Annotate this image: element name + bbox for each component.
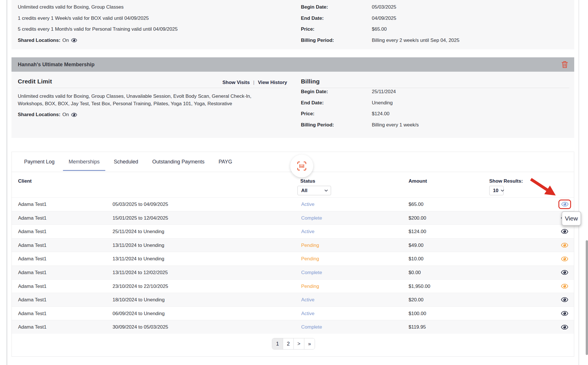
payments-tabs: Payment Log Memberships Scheduled Outsta… [12, 152, 574, 172]
pagination-page-2[interactable]: 2 [283, 338, 293, 349]
billing-value: 05/03/2025 [372, 3, 396, 11]
cell-client: Adama Test1 [18, 280, 47, 293]
billing-row: Price: $65.00 [301, 26, 568, 33]
view-payment-button[interactable] [560, 225, 569, 238]
cell-status: Complete [301, 211, 322, 225]
cell-amount: $10.00 [409, 252, 423, 266]
cell-amount: $119.95 [409, 320, 426, 334]
billing-value: Billing every 2 week/s until Sep 04, 202… [372, 37, 459, 44]
cell-status: Active [301, 198, 314, 211]
tab-outstanding-payments[interactable]: Outstanding Payments [146, 152, 210, 172]
billing-label: End Date: [301, 99, 372, 107]
cell-date-range: 30/09/2024 to 05/03/2025 [113, 320, 168, 334]
view-payment-button[interactable] [560, 320, 569, 334]
shared-locations-label: Shared Locations: [18, 111, 60, 118]
credit-details: Unlimited credits valid for Boxing, Grou… [18, 3, 178, 44]
view-payment-button[interactable] [558, 198, 572, 211]
table-row: Adama Test1 25/11/2024 to Unending Activ… [12, 225, 574, 238]
vertical-scrollbar-thumb[interactable] [586, 240, 588, 355]
billing-row: Billing Period: Billing every 2 week/s u… [301, 37, 568, 44]
credit-limit-section: Credit Limit Show Visits | View History … [18, 72, 288, 118]
pagination: 1 2 > » [272, 338, 315, 350]
eye-icon [561, 325, 568, 330]
show-results-select[interactable]: 10 [489, 186, 504, 195]
view-tooltip: View [562, 211, 581, 226]
view-payment-button[interactable] [560, 239, 569, 252]
view-history-link[interactable]: View History [258, 80, 287, 85]
cell-date-range: 15/01/2025 to 12/04/2025 [113, 211, 168, 225]
shared-locations-row: Shared Locations: On [18, 111, 288, 118]
column-header-amount: Amount [409, 178, 427, 184]
billing-heading: Billing [301, 72, 569, 85]
billing-row: Price: $124.00 [301, 110, 569, 118]
pagination-next[interactable]: > [293, 338, 304, 349]
membership-billing-page: Unlimited credits valid for Boxing, Grou… [0, 0, 588, 365]
membership-card-body: Credit Limit Show Visits | View History … [11, 72, 574, 138]
shared-locations-label: Shared Locations: [18, 37, 60, 44]
cell-date-range: 06/09/2024 to Unending [113, 307, 165, 321]
cell-client: Adama Test1 [18, 293, 47, 307]
view-payment-button[interactable] [560, 252, 569, 266]
credit-line: 5 credits every 1 Month/s valid for Pers… [18, 26, 178, 33]
cell-client: Adama Test1 [18, 307, 47, 321]
membership-title: Hannah's Ultimate Membership [18, 62, 94, 68]
view-tooltip-label: View [565, 215, 578, 222]
show-results-value: 10 [493, 188, 498, 194]
shared-locations-row: Shared Locations: On [18, 37, 178, 44]
show-visits-link[interactable]: Show Visits [223, 80, 250, 85]
cell-date-range: 05/03/2025 to 04/09/2025 [113, 198, 168, 211]
cell-status: Pending [301, 280, 319, 293]
billing-value: $65.00 [372, 26, 387, 33]
credit-limit-text: Unlimited credits valid for Boxing, Grou… [18, 93, 270, 107]
table-row: Adama Test1 13/11/2024 to 12/02/2025 Com… [12, 266, 574, 279]
status-filter-select[interactable]: All [297, 186, 331, 195]
cell-status: Active [301, 307, 314, 321]
highlighted-eye-outline [558, 200, 571, 209]
cell-amount: $49.00 [409, 239, 423, 252]
billing-value: 04/09/2025 [372, 15, 396, 22]
cell-date-range: 18/10/2024 to Unending [113, 293, 165, 307]
membership-card-top: Unlimited credits valid for Boxing, Grou… [11, 0, 574, 49]
pagination-last[interactable]: » [304, 338, 315, 349]
billing-label: Begin Date: [301, 3, 372, 11]
cell-status: Pending [301, 252, 319, 266]
cell-date-range: 23/10/2024 to 22/10/2025 [113, 280, 168, 293]
cell-amount: $200.00 [409, 211, 426, 225]
table-row: Adama Test1 06/09/2024 to Unending Activ… [12, 307, 574, 320]
billing-row: End Date: 04/09/2025 [301, 15, 568, 22]
cell-amount: $0.00 [409, 266, 421, 280]
billing-section: Billing Begin Date: 25/11/2024 End Date:… [301, 72, 569, 132]
table-row: Adama Test1 13/11/2024 to Unending Pendi… [12, 252, 574, 266]
view-payment-button[interactable] [560, 293, 569, 307]
barcode-scan-button[interactable] [290, 155, 313, 177]
tab-payg[interactable]: PAYG [213, 152, 238, 172]
delete-membership-button[interactable] [561, 61, 568, 68]
eye-icon[interactable] [71, 38, 77, 42]
view-payment-button[interactable] [560, 280, 569, 293]
eye-icon [561, 243, 568, 248]
billing-value: Unending [372, 99, 393, 107]
cell-client: Adama Test1 [18, 320, 47, 334]
table-row: Adama Test1 15/01/2025 to 12/04/2025 Com… [12, 211, 574, 225]
column-header-client: Client [18, 178, 32, 184]
view-payment-button[interactable] [560, 266, 569, 279]
pagination-page-1[interactable]: 1 [272, 338, 283, 349]
table-row: Adama Test1 18/10/2024 to Unending Activ… [12, 293, 574, 307]
tab-payment-log[interactable]: Payment Log [18, 152, 60, 172]
shared-locations-value: On [62, 111, 69, 118]
cell-status: Active [301, 225, 314, 239]
eye-icon [561, 229, 568, 234]
view-payment-button[interactable] [560, 307, 569, 320]
billing-row: Billing Period: Billing every 1 week/s [301, 121, 569, 129]
section-divider [18, 88, 288, 88]
membership-links: Show Visits | View History [223, 80, 287, 85]
eye-icon[interactable] [71, 113, 77, 117]
cell-amount: $100.00 [409, 307, 426, 321]
tab-memberships[interactable]: Memberships [63, 152, 105, 172]
credit-line: 1 credits every 1 Week/s valid for BOX v… [18, 15, 178, 22]
tab-scheduled[interactable]: Scheduled [108, 152, 144, 172]
cell-status: Active [301, 293, 314, 307]
chevron-down-icon [324, 190, 328, 192]
eye-icon [561, 270, 568, 275]
cell-amount: $20.00 [409, 293, 423, 307]
